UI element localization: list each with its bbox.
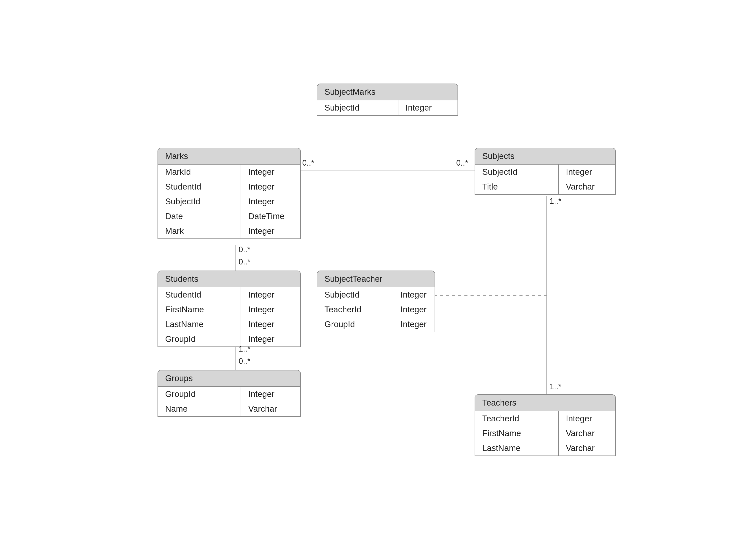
field-type: Integer [241,302,282,317]
entity-groups: Groups GroupId Integer Name Varchar [158,370,301,417]
entity-row: TeacherId Integer [475,411,615,426]
field-name: TeacherId [475,411,559,426]
entity-row: StudentId Integer [158,287,300,302]
field-name: SubjectId [475,165,559,179]
field-name: Date [158,209,241,224]
entity-subjects: Subjects SubjectId Integer Title Varchar [475,148,616,195]
multiplicity-label: 0..* [239,357,250,366]
field-name: SubjectId [158,194,241,209]
entity-row: LastName Varchar [475,441,615,456]
multiplicity-label: 1..* [550,382,562,391]
field-name: StudentId [158,179,241,194]
entity-row: SubjectId Integer [475,165,615,179]
entity-teachers: Teachers TeacherId Integer FirstName Var… [475,394,616,456]
field-name: GroupId [158,332,241,347]
entity-row: Name Varchar [158,402,300,416]
multiplicity-label: 0..* [456,158,468,168]
entity-title: Students [158,271,300,287]
field-name: FirstName [475,426,559,441]
field-name: Mark [158,224,241,239]
multiplicity-label: 0..* [302,158,314,168]
field-type: Integer [241,194,282,209]
field-name: StudentId [158,287,241,302]
field-name: TeacherId [317,302,393,317]
field-name: Title [475,179,559,194]
entity-students: Students StudentId Integer FirstName Int… [158,270,301,347]
field-type: Integer [241,387,282,402]
field-type: Integer [398,100,439,115]
field-type: Integer [241,317,282,332]
multiplicity-label: 1..* [550,197,562,206]
field-type: Integer [393,287,434,302]
field-name: GroupId [158,387,241,402]
entity-title: Teachers [475,395,615,411]
entity-title: SubjectMarks [317,84,457,100]
entity-subjectteacher: SubjectTeacher SubjectId Integer Teacher… [317,270,435,332]
entity-row: Mark Integer [158,224,300,239]
field-type: Varchar [559,179,602,194]
field-name: MarkId [158,165,241,179]
entity-row: SubjectId Integer [158,194,300,209]
entity-row: FirstName Varchar [475,426,615,441]
field-name: FirstName [158,302,241,317]
field-type: Integer [393,302,434,317]
field-type: Integer [393,317,434,332]
entity-row: SubjectId Integer [317,287,435,302]
entity-title: Groups [158,370,300,387]
field-type: Integer [559,165,599,179]
field-type: Integer [241,165,282,179]
field-type: Varchar [559,441,602,456]
multiplicity-label: 0..* [239,245,250,254]
field-type: Integer [241,287,282,302]
field-type: Integer [559,411,599,426]
field-name: LastName [158,317,241,332]
field-type: DateTime [241,209,292,224]
entity-row: Date DateTime [158,209,300,224]
field-type: Integer [241,224,282,239]
entity-title: Marks [158,148,300,165]
connectors [0,0,756,535]
multiplicity-label: 0..* [239,257,250,267]
field-name: SubjectId [317,287,393,302]
entity-row: StudentId Integer [158,179,300,194]
entity-row: MarkId Integer [158,165,300,179]
entity-row: GroupId Integer [158,332,300,347]
entity-row: LastName Integer [158,317,300,332]
entity-title: SubjectTeacher [317,271,435,287]
entity-marks: Marks MarkId Integer StudentId Integer S… [158,148,301,239]
entity-row: SubjectId Integer [317,100,457,115]
entity-row: FirstName Integer [158,302,300,317]
field-type: Integer [241,179,282,194]
entity-row: TeacherId Integer [317,302,435,317]
field-type: Varchar [559,426,602,441]
entity-subjectmarks: SubjectMarks SubjectId Integer [317,84,458,116]
er-diagram: SubjectMarks SubjectId Integer Marks Mar… [0,0,756,535]
field-name: LastName [475,441,559,456]
entity-title: Subjects [475,148,615,165]
multiplicity-label: 1..* [239,345,250,353]
field-name: GroupId [317,317,393,332]
entity-row: GroupId Integer [317,317,435,332]
entity-row: Title Varchar [475,179,615,194]
field-name: Name [158,402,241,416]
field-type: Varchar [241,402,284,416]
field-name: SubjectId [317,100,398,115]
entity-row: GroupId Integer [158,387,300,402]
